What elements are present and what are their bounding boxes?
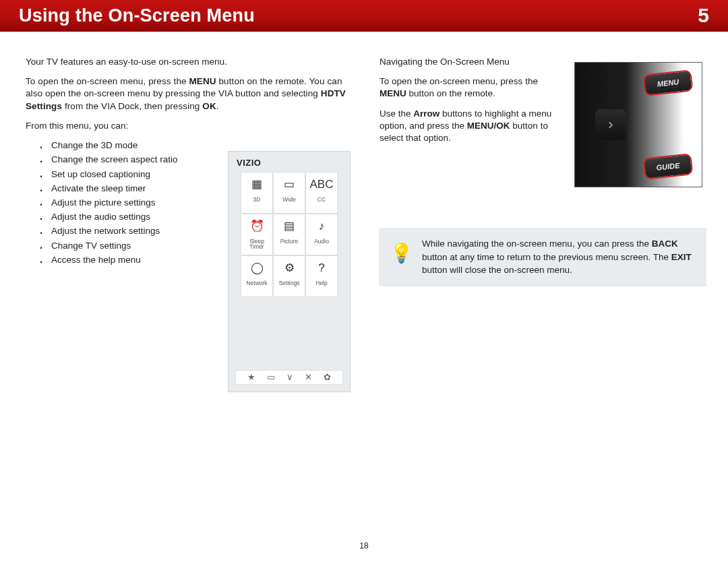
sleep-icon: ⏰: [248, 218, 266, 236]
tip-box: 💡 While navigating the on-screen menu, y…: [379, 228, 706, 286]
remote-photo: MENU › GUIDE: [574, 62, 702, 187]
menu-cell-label: Settings: [279, 280, 300, 286]
audio-icon: ♪: [313, 218, 330, 236]
list-item: Adjust the audio settings: [39, 211, 211, 223]
picture-icon: ▤: [280, 218, 298, 236]
menu-cell-help: ?Help: [305, 255, 338, 297]
menu-cell-label: Picture: [280, 239, 298, 245]
remote-arrow-icon: ›: [595, 109, 626, 140]
intro-text: Your TV features an easy-to-use on-scree…: [26, 56, 348, 68]
menu-cell-label: CC: [317, 197, 326, 203]
chapter-header: Using the On-Screen Menu 5: [0, 0, 728, 32]
menu-cell-picture: ▤Picture: [273, 214, 305, 255]
settings-icon: ⚙: [280, 260, 298, 278]
list-item: Adjust the network settings: [39, 225, 211, 237]
list-item: Set up closed captioning: [39, 168, 211, 181]
feature-list: Change the 3D mode Change the screen asp…: [39, 139, 211, 266]
list-item: Access the help menu: [39, 254, 211, 266]
right-p2: Use the Arrow buttons to highlight a men…: [380, 108, 562, 145]
menu-cell-wide: ▭Wide: [273, 172, 305, 214]
3d-icon: ▦: [248, 177, 266, 194]
list-item: Change the screen aspect ratio: [39, 154, 211, 166]
footer-icon-1: ▭: [267, 371, 275, 383]
vizio-logo: VIZIO: [229, 152, 350, 172]
wide-icon: ▭: [280, 177, 298, 194]
cc-icon: ABC: [313, 177, 330, 194]
network-icon: ◯: [248, 260, 266, 278]
lightbulb-icon: 💡: [390, 240, 413, 268]
help-icon: ?: [313, 260, 330, 278]
footer-icon-3: ✕: [305, 371, 312, 383]
menu-cell-label: Sleep Timer: [249, 239, 264, 251]
right-p1: To open the on-screen menu, press the ME…: [380, 75, 562, 100]
chapter-number: 5: [698, 2, 709, 30]
menu-cell-network: ◯Network: [241, 255, 273, 297]
remote-guide-button: GUIDE: [643, 153, 694, 179]
onscreen-menu-graphic: VIZIO ▦3D▭WideABCCC⏰Sleep Timer▤Picture♪…: [228, 151, 351, 392]
remote-menu-button: MENU: [643, 69, 694, 96]
list-item: Adjust the picture settings: [39, 197, 211, 209]
page-number: 18: [0, 540, 728, 551]
menu-cell-label: Network: [246, 280, 267, 286]
menu-cell-settings: ⚙Settings: [273, 255, 305, 297]
list-lead: From this menu, you can:: [26, 120, 348, 132]
menu-cell-label: Wide: [282, 197, 295, 203]
menu-footer-icons: ★▭∨✕✿: [235, 370, 343, 385]
menu-cell-cc: ABCCC: [305, 172, 338, 214]
footer-icon-0: ★: [247, 371, 255, 383]
list-item: Change TV settings: [39, 240, 211, 252]
chapter-title: Using the On-Screen Menu: [19, 3, 255, 28]
menu-cell-audio: ♪Audio: [305, 214, 338, 255]
footer-icon-2: ∨: [286, 371, 293, 383]
menu-cell-label: 3D: [253, 197, 261, 203]
list-item: Activate the sleep timer: [39, 183, 211, 195]
footer-icon-4: ✿: [324, 371, 331, 383]
menu-cell-label: Help: [315, 280, 327, 286]
menu-cell-sleep-timer: ⏰Sleep Timer: [241, 214, 273, 255]
menu-cell-label: Audio: [314, 239, 329, 245]
list-item: Change the 3D mode: [39, 139, 211, 152]
menu-cell-3d: ▦3D: [241, 172, 273, 214]
open-text: To open the on-screen menu, press the ME…: [26, 75, 348, 113]
